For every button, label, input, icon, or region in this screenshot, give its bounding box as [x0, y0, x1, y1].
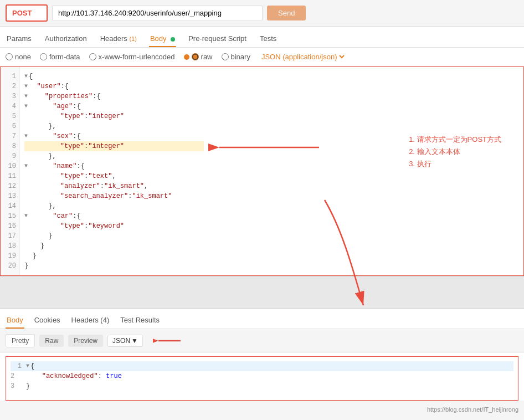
fmt-tab-preview[interactable]: Preview	[68, 335, 103, 347]
code-line-17: }	[24, 231, 204, 241]
code-line-4: ▼ "age":{	[24, 101, 204, 111]
response-arrow-svg	[153, 332, 186, 349]
code-line-10: ▼ "name":{	[24, 161, 204, 171]
option-urlencoded[interactable]: x-www-form-urlencoded	[89, 53, 175, 61]
toggle-1[interactable]: ▼	[24, 71, 28, 81]
fmt-tab-pretty[interactable]: Pretty	[6, 334, 35, 347]
fmt-dropdown-json[interactable]: JSON ▼	[107, 335, 143, 347]
toggle-4[interactable]: ▼	[24, 101, 28, 111]
toggle-3[interactable]: ▼	[24, 91, 28, 101]
tab-params[interactable]: Params	[6, 31, 33, 47]
format-select[interactable]: JSON (application/json) Text JavaScript …	[259, 52, 346, 62]
code-line-3: ▼ "properties":{	[24, 91, 204, 101]
toggle-2[interactable]: ▼	[24, 81, 28, 91]
code-editor-panel: 12345 678910 1112131415 1617181920 ▼{ ▼ …	[1, 67, 208, 275]
resp-tab-headers[interactable]: Headers (4)	[70, 313, 111, 329]
main-content-area: 12345 678910 1112131415 1617181920 ▼{ ▼ …	[0, 66, 524, 276]
tab-authorization[interactable]: Authorization	[44, 31, 88, 47]
tab-headers[interactable]: Headers (1)	[99, 31, 138, 47]
line-numbers: 12345 678910 1112131415 1617181920	[1, 67, 20, 275]
code-line-1: ▼{	[24, 71, 204, 81]
resp-tab-test-results[interactable]: Test Results	[119, 313, 161, 329]
code-line-11: "type":"text",	[24, 171, 204, 181]
code-content[interactable]: ▼{ ▼ "user":{ ▼ "properties":{ ▼ "age":{…	[20, 67, 208, 275]
annotation-text: 1. 请求方式一定为POST方式 2. 输入文本本体 3. 执行	[409, 134, 501, 170]
body-dot-indicator	[171, 37, 175, 42]
response-tabs: Body Cookies Headers (4) Test Results	[0, 309, 524, 329]
headers-badge: (1)	[129, 35, 136, 42]
send-button[interactable]: Send	[267, 6, 306, 21]
raw-indicator	[184, 54, 189, 60]
fmt-tab-raw[interactable]: Raw	[39, 335, 64, 347]
code-line-9: },	[24, 151, 204, 161]
code-line-20: }	[24, 261, 204, 271]
annotation-line-3: 3. 执行	[409, 158, 501, 170]
resp-line-3: 3 }	[11, 381, 513, 391]
toggle-15[interactable]: ▼	[24, 211, 28, 221]
resp-line-2: 2 "acknowledged": true	[11, 371, 513, 381]
code-line-18: }	[24, 241, 204, 251]
code-line-8: "type":"integer"	[24, 141, 204, 151]
resp-line-num-2: 2	[11, 371, 22, 381]
fmt-dropdown-label: JSON	[112, 337, 130, 345]
code-line-15: ▼ "car":{	[24, 211, 204, 221]
resp-toggle-1[interactable]: ▼	[26, 361, 29, 371]
code-line-19: }	[24, 251, 204, 261]
resp-line-num-3: 3	[11, 381, 22, 391]
toggle-10[interactable]: ▼	[24, 161, 28, 171]
tab-pre-request[interactable]: Pre-request Script	[187, 31, 248, 47]
annotation-line-2: 2. 输入文本本体	[409, 146, 501, 158]
url-input[interactable]	[52, 5, 263, 21]
option-none[interactable]: none	[6, 53, 31, 61]
code-line-2: ▼ "user":{	[24, 81, 204, 91]
code-line-12: "analyzer":"ik_smart",	[24, 181, 204, 191]
annotation-area: 1. 请求方式一定为POST方式 2. 输入文本本体 3. 执行	[208, 67, 523, 275]
section-separator	[0, 276, 524, 309]
method-select[interactable]: POST GET PUT DELETE	[6, 4, 48, 22]
response-body[interactable]: 1 ▼ { 2 "acknowledged": true 3 }	[6, 356, 518, 401]
annotation-line-1: 1. 请求方式一定为POST方式	[409, 134, 501, 146]
code-line-14: },	[24, 201, 204, 211]
tab-tests[interactable]: Tests	[259, 31, 278, 47]
code-line-7: ▼ "sex":{	[24, 131, 204, 141]
resp-line-1: 1 ▼ {	[11, 361, 513, 371]
toggle-7[interactable]: ▼	[24, 131, 28, 141]
code-line-16: "type":"keyword"	[24, 221, 204, 231]
code-line-5: "type":"integer"	[24, 111, 204, 121]
code-line-6: },	[24, 121, 204, 131]
option-binary[interactable]: binary	[222, 53, 250, 61]
footer-link-text: https://blog.csdn.net/IT_heijinrong	[427, 406, 518, 413]
response-section: Body Cookies Headers (4) Test Results Pr…	[0, 309, 524, 401]
chevron-down-icon: ▼	[131, 337, 138, 345]
tabs-nav: Params Authorization Headers (1) Body Pr…	[0, 27, 524, 48]
resp-tab-cookies[interactable]: Cookies	[33, 313, 61, 329]
top-bar: POST GET PUT DELETE Send	[0, 0, 524, 27]
left-arrow-svg	[208, 131, 330, 164]
body-options: none form-data x-www-form-urlencoded raw…	[0, 48, 524, 66]
resp-format-tabs: Pretty Raw Preview JSON ▼	[0, 329, 524, 353]
option-raw[interactable]: raw	[184, 53, 213, 61]
option-form-data[interactable]: form-data	[40, 53, 80, 61]
footer: https://blog.csdn.net/IT_heijinrong	[0, 404, 524, 415]
resp-line-num-1: 1	[11, 361, 22, 371]
code-line-13: "search_analyzer":"ik_smart"	[24, 191, 204, 201]
resp-tab-body[interactable]: Body	[6, 313, 24, 329]
diagonal-arrow-svg	[308, 194, 419, 333]
tab-body[interactable]: Body	[149, 31, 176, 47]
